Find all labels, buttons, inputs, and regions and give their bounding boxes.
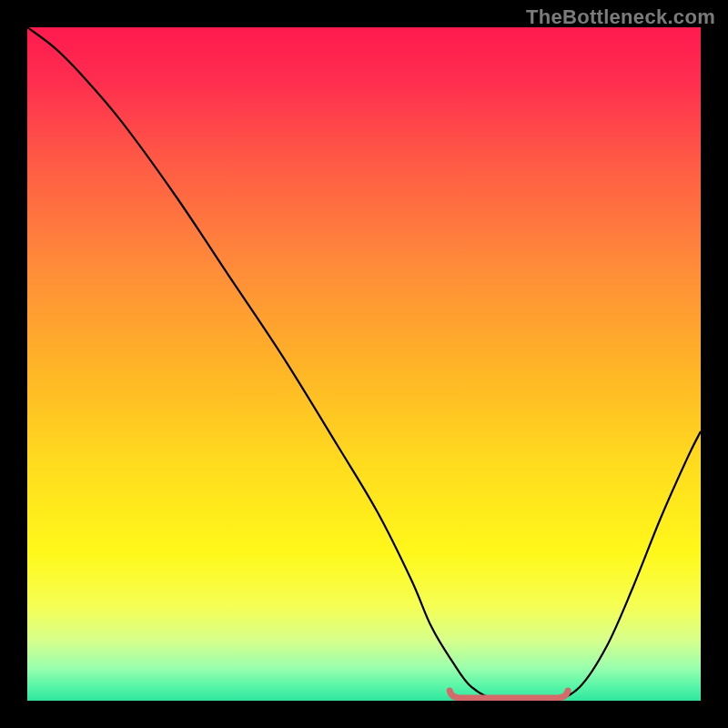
chart-stage: TheBottleneck.com: [0, 0, 728, 728]
plot-area: [27, 27, 701, 701]
watermark-text: TheBottleneck.com: [526, 5, 715, 29]
gradient-background: [27, 27, 701, 701]
plot-svg: [27, 27, 701, 701]
